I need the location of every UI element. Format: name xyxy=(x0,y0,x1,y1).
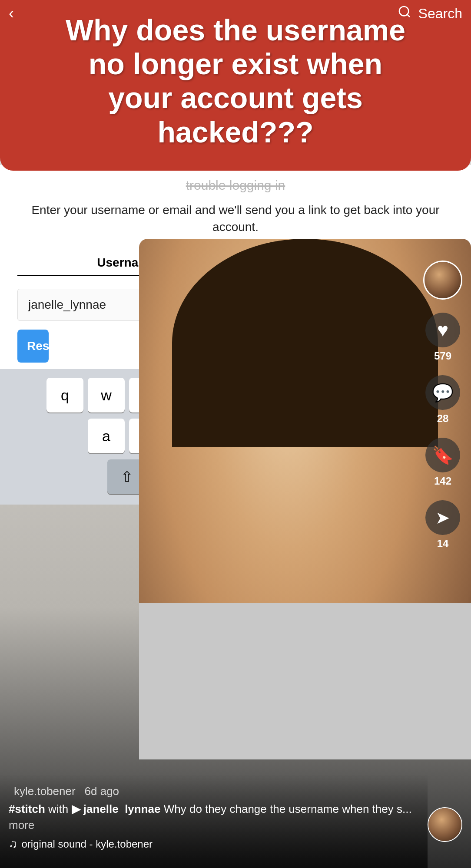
share-count: 14 xyxy=(437,538,449,550)
heart-icon: ♥ xyxy=(437,319,448,341)
red-banner: Why does the username no longer exist wh… xyxy=(0,0,471,171)
bottom-info: kyle.tobener 6d ago #stitch with ▶ janel… xyxy=(0,774,428,868)
key-a[interactable]: a xyxy=(88,419,125,453)
avatar-image xyxy=(425,262,461,298)
music-text: original sound - kyle.tobener xyxy=(22,838,153,850)
comment-action-group: 💬 28 xyxy=(425,375,460,425)
more-link[interactable]: more xyxy=(9,818,34,832)
share-arrow-icon: ➤ xyxy=(435,508,450,528)
bottom-creator-avatar[interactable] xyxy=(428,807,462,842)
music-info[interactable]: ♫ original sound - kyle.tobener xyxy=(9,837,419,851)
banner-title: Why does the username no longer exist wh… xyxy=(17,13,454,149)
save-button[interactable]: 🔖 xyxy=(425,438,460,472)
key-w[interactable]: w xyxy=(88,378,125,413)
like-count: 579 xyxy=(434,350,451,362)
creator-avatar[interactable] xyxy=(423,261,462,300)
music-note-icon: ♫ xyxy=(9,837,17,851)
reset-button[interactable]: Reset xyxy=(17,330,49,363)
person-video-overlay xyxy=(139,239,471,759)
like-action-group: ♥ 579 xyxy=(425,313,460,362)
hashtag[interactable]: #stitch xyxy=(9,802,45,815)
share-action-group: ➤ 14 xyxy=(425,500,460,550)
video-container: Why does the username no longer exist wh… xyxy=(0,0,471,868)
video-description: #stitch with ▶ janelle_lynnae Why do the… xyxy=(9,801,419,833)
comment-bubble-icon: 💬 xyxy=(432,383,454,403)
comment-button[interactable]: 💬 xyxy=(425,375,460,410)
svg-point-0 xyxy=(399,7,408,16)
top-nav: ‹ Search xyxy=(0,4,471,23)
person-face xyxy=(139,239,471,759)
bottom-avatar-image xyxy=(428,808,461,841)
share-button[interactable]: ➤ xyxy=(425,500,460,535)
mention-link[interactable]: ▶ janelle_lynnae xyxy=(72,802,161,815)
author-handle[interactable]: kyle.tobener 6d ago xyxy=(9,782,419,799)
instruction-text: Enter your username or email and we'll s… xyxy=(17,201,454,235)
bookmark-icon: 🔖 xyxy=(432,445,454,465)
comment-count: 28 xyxy=(437,413,449,425)
right-actions: ♥ 579 💬 28 🔖 142 ➤ 14 xyxy=(423,261,462,550)
search-label[interactable]: Search xyxy=(418,6,462,22)
search-icon[interactable] xyxy=(398,5,411,22)
svg-line-1 xyxy=(407,14,410,17)
key-q[interactable]: q xyxy=(46,378,83,413)
save-count: 142 xyxy=(434,475,451,487)
like-button[interactable]: ♥ xyxy=(425,313,460,347)
trouble-text: trouble logging in xyxy=(17,178,454,193)
shirt-area xyxy=(139,603,471,759)
back-button[interactable]: ‹ xyxy=(9,4,14,23)
save-action-group: 🔖 142 xyxy=(425,438,460,487)
